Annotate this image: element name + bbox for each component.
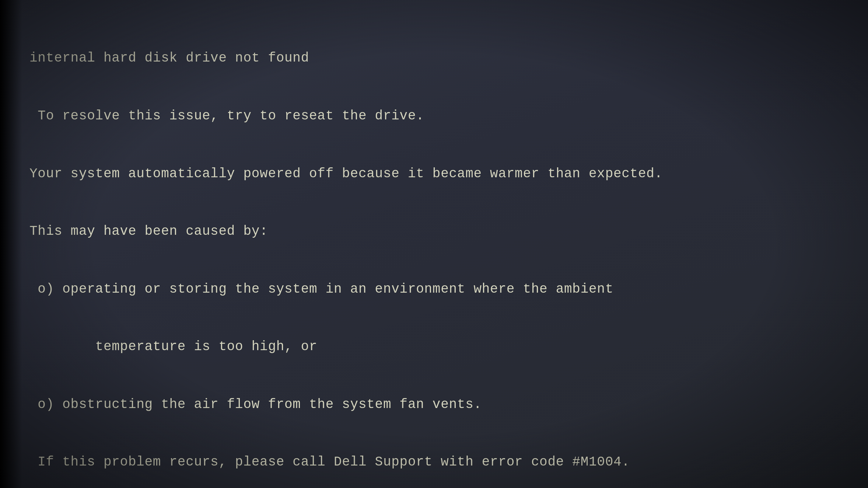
bios-output: internal hard disk drive not found To re… bbox=[29, 10, 846, 488]
error-line-3: Your system automatically powered off be… bbox=[29, 164, 846, 184]
error-line-2: To resolve this issue, try to reseat the… bbox=[29, 107, 846, 126]
error-line-1: internal hard disk drive not found bbox=[29, 49, 846, 68]
error-line-8: If this problem recurs, please call Dell… bbox=[29, 453, 846, 472]
error-line-7: o) obstructing the air flow from the sys… bbox=[29, 395, 846, 414]
error-line-6: temperature is too high, or bbox=[29, 337, 846, 356]
error-line-5: o) operating or storing the system in an… bbox=[29, 280, 846, 299]
error-line-4: This may have been caused by: bbox=[29, 222, 846, 241]
bios-screen: internal hard disk drive not found To re… bbox=[0, 0, 868, 488]
